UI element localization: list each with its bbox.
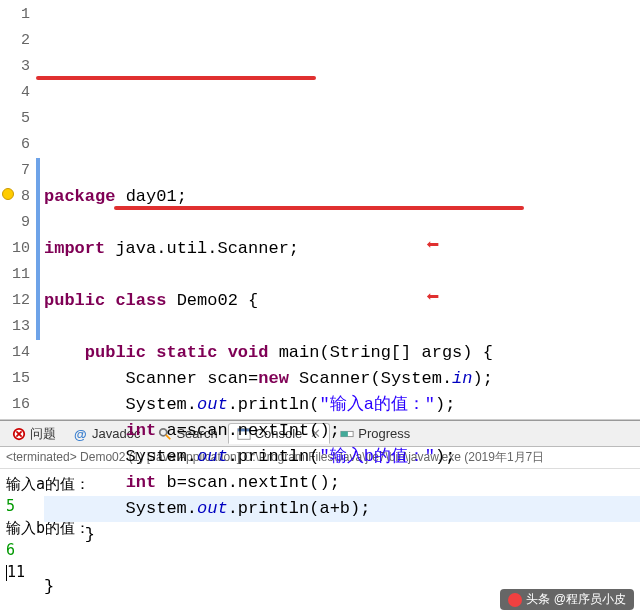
line-number: 12 <box>0 288 30 314</box>
code-line[interactable] <box>44 210 640 236</box>
code-line[interactable]: System.out.println("输入b的值："); <box>44 444 640 470</box>
line-number: 14 <box>0 340 30 366</box>
code-editor[interactable]: 12345678910111213141516 ⬅ ⬅ package day0… <box>0 0 640 420</box>
line-number: 6 <box>0 132 30 158</box>
code-line[interactable]: System.out.println("输入a的值："); <box>44 392 640 418</box>
line-number-gutter: 12345678910111213141516 <box>0 0 36 419</box>
line-number: 3 <box>0 54 30 80</box>
code-line[interactable]: int b=scan.nextInt(); <box>44 470 640 496</box>
code-line[interactable]: } <box>44 522 640 548</box>
watermark: 头条 @程序员小皮 <box>500 589 634 610</box>
line-number: 2 <box>0 28 30 54</box>
watermark-logo-icon <box>508 593 522 607</box>
line-number: 15 <box>0 366 30 392</box>
line-number: 4 <box>0 80 30 106</box>
code-line[interactable] <box>44 262 640 288</box>
code-line[interactable]: package day01; <box>44 184 640 210</box>
code-line[interactable]: Scanner scan=new Scanner(System.in); <box>44 366 640 392</box>
code-line[interactable]: System.out.println(a+b); <box>44 496 640 522</box>
code-line[interactable] <box>44 548 640 574</box>
annotation-underline-import <box>36 76 316 80</box>
line-number: 13 <box>0 314 30 340</box>
line-number: 7 <box>0 158 30 184</box>
watermark-text: 头条 @程序员小皮 <box>526 591 626 608</box>
line-number: 5 <box>0 106 30 132</box>
code-line[interactable] <box>44 314 640 340</box>
warning-icon <box>2 188 14 200</box>
line-number: 16 <box>0 392 30 418</box>
code-line[interactable]: int a=scan.nextInt(); <box>44 418 640 444</box>
line-number: 1 <box>0 2 30 28</box>
code-area[interactable]: ⬅ ⬅ package day01; import java.util.Scan… <box>36 0 640 419</box>
problems-icon <box>12 427 26 441</box>
code-line[interactable]: public static void main(String[] args) { <box>44 340 640 366</box>
code-line[interactable]: public class Demo02 { <box>44 288 640 314</box>
code-line[interactable]: import java.util.Scanner; <box>44 236 640 262</box>
line-number: 9 <box>0 210 30 236</box>
line-number: 11 <box>0 262 30 288</box>
line-number: 10 <box>0 236 30 262</box>
